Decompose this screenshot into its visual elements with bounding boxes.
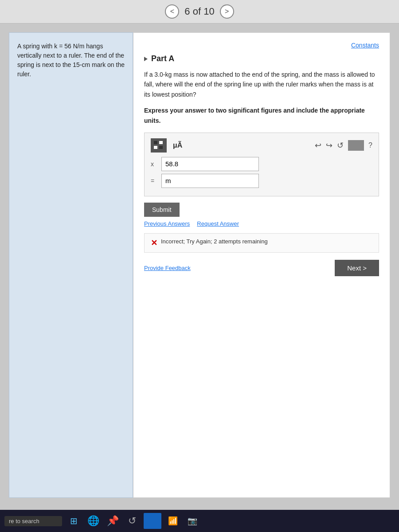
camera-icon: 📷 [188, 516, 197, 526]
part-title: Part A [151, 54, 174, 63]
undo-button[interactable]: ↩ [315, 141, 321, 150]
problem-description-panel: A spring with k = 56 N/m hangs verticall… [9, 32, 133, 498]
answer-panel: Constants Part A If a 3.0-kg mass is now… [133, 32, 390, 498]
help-button[interactable]: ? [368, 141, 372, 149]
taskbar-app-icon[interactable]: 📌 [105, 513, 121, 529]
taskbar: re to search ⊞ 🌐 📌 ↺ 📶 📷 [0, 510, 399, 532]
mu-symbol: μÃ [173, 141, 182, 149]
x-label: x [151, 160, 158, 168]
answer-links: Previous Answers Request Answer [144, 220, 379, 227]
prev-button[interactable]: < [165, 4, 179, 19]
bottom-row: Provide Feedback Next > [144, 260, 379, 276]
answer-unit-input[interactable] [161, 174, 259, 188]
answer-row-unit: = [151, 174, 372, 188]
taskbar-search[interactable]: re to search [4, 516, 62, 526]
next-arrow-button[interactable]: > [220, 4, 234, 19]
eq-label: = [151, 177, 158, 184]
keyboard-button[interactable] [348, 140, 364, 151]
search-text: re to search [9, 518, 39, 524]
taskbar-camera-icon[interactable]: 📷 [184, 513, 200, 529]
next-button[interactable]: Next > [335, 260, 379, 276]
part-triangle-icon [144, 57, 148, 61]
redo-button[interactable]: ↩ [326, 141, 332, 150]
taskbar-wifi-icon[interactable]: 📶 [165, 513, 181, 529]
app-icon: 📌 [107, 515, 119, 527]
provide-feedback-link[interactable]: Provide Feedback [144, 265, 191, 271]
answer-value-input[interactable] [161, 157, 259, 171]
submit-button[interactable]: Submit [144, 203, 180, 217]
part-header: Part A [144, 54, 379, 63]
refresh-button[interactable]: ↺ [337, 141, 344, 150]
answer-toolbar: μÃ ↩ ↩ ↺ ? [151, 138, 372, 153]
problem-text: A spring with k = 56 N/m hangs verticall… [17, 42, 125, 79]
top-navigation: < 6 of 10 > [0, 0, 399, 23]
wifi-icon: 📶 [168, 516, 178, 526]
constants-link[interactable]: Constants [351, 42, 379, 49]
taskbar-windows-button[interactable]: ⊞ [66, 513, 82, 529]
edge-icon: 🌐 [87, 515, 99, 527]
taskbar-refresh-icon[interactable]: ↺ [124, 513, 140, 529]
answer-box: μÃ ↩ ↩ ↺ ? x = [144, 133, 379, 196]
question-text: If a 3.0-kg mass is now attached to the … [144, 70, 379, 99]
matrix-icon-button[interactable] [151, 138, 167, 153]
taskbar-edge-icon[interactable]: 🌐 [85, 513, 101, 529]
constants-section: Constants [144, 42, 379, 49]
page-counter: 6 of 10 [184, 6, 214, 17]
main-content: A spring with k = 56 N/m hangs verticall… [0, 23, 399, 507]
feedback-message: Incorrect; Try Again; 2 attempts remaini… [161, 238, 268, 245]
express-instruction: Express your answer to two significant f… [144, 106, 379, 125]
request-answer-link[interactable]: Request Answer [197, 220, 239, 227]
taskbar-blue-tile[interactable] [144, 513, 161, 529]
feedback-icon: ✕ [151, 238, 157, 248]
taskbar-refresh: ↺ [128, 515, 136, 527]
previous-answers-link[interactable]: Previous Answers [144, 220, 190, 227]
feedback-box: ✕ Incorrect; Try Again; 2 attempts remai… [144, 233, 379, 253]
answer-row-value: x [151, 157, 372, 171]
windows-icon: ⊞ [70, 516, 78, 526]
